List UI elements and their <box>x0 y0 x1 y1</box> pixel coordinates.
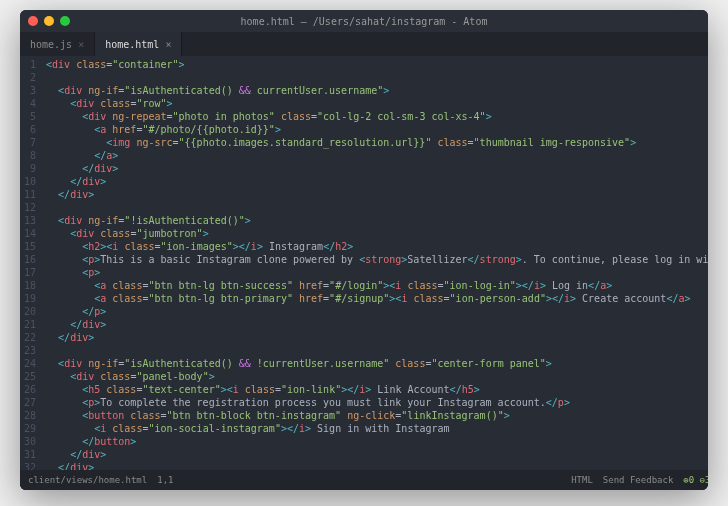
code-line[interactable]: <a class="btn btn-lg btn-primary" href="… <box>46 292 708 305</box>
tab[interactable]: home.html× <box>95 32 182 56</box>
code-line[interactable]: </div> <box>46 188 708 201</box>
tab-label: home.js <box>30 39 72 50</box>
window-title: home.html — /Users/sahat/instagram - Ato… <box>241 16 488 27</box>
code-line[interactable]: <img ng-src="{{photo.images.standard_res… <box>46 136 708 149</box>
status-path: client/views/home.html <box>28 475 147 485</box>
tab-label: home.html <box>105 39 159 50</box>
line-gutter: 1 2 3 4 5 6 7 8 9 10 11 12 13 14 15 16 1… <box>20 56 42 470</box>
status-bar: client/views/home.html 1,1 HTML Send Fee… <box>20 470 708 490</box>
code-line[interactable] <box>46 201 708 214</box>
code-line[interactable]: <button class="btn btn-block btn-instagr… <box>46 409 708 422</box>
editor-pane: home.js×home.html× 1 2 3 4 5 6 7 8 9 10 … <box>20 32 708 490</box>
traffic-lights <box>28 16 70 26</box>
code-line[interactable]: <p> <box>46 266 708 279</box>
code-line[interactable]: </button> <box>46 435 708 448</box>
code-line[interactable]: <div ng-if="!isAuthenticated()"> <box>46 214 708 227</box>
code-line[interactable]: </div> <box>46 331 708 344</box>
tab-bar: home.js×home.html× <box>20 32 708 56</box>
code-line[interactable]: </p> <box>46 305 708 318</box>
git-status[interactable]: ⊕0 ⊖3 <box>683 475 708 485</box>
code-line[interactable]: <div class="jumbotron"> <box>46 227 708 240</box>
code-line[interactable]: <div class="container"> <box>46 58 708 71</box>
code-area[interactable]: 1 2 3 4 5 6 7 8 9 10 11 12 13 14 15 16 1… <box>20 56 708 470</box>
code-line[interactable]: </div> <box>46 162 708 175</box>
code-line[interactable]: </div> <box>46 175 708 188</box>
main-area: ▾📁instagram▾📁client▾📁controllers📄detail.… <box>20 32 708 490</box>
close-tab-icon[interactable]: × <box>165 39 171 50</box>
code-line[interactable]: <h2><i class="ion-images"></i> Instagram… <box>46 240 708 253</box>
code-line[interactable]: </div> <box>46 318 708 331</box>
code-lines[interactable]: <div class="container"> <div ng-if="isAu… <box>42 56 708 470</box>
code-line[interactable]: <i class="ion-social-instagram"></i> Sig… <box>46 422 708 435</box>
code-line[interactable]: <div class="row"> <box>46 97 708 110</box>
code-line[interactable] <box>46 71 708 84</box>
tab[interactable]: home.js× <box>20 32 95 56</box>
code-line[interactable]: <a class="btn btn-lg btn-success" href="… <box>46 279 708 292</box>
code-line[interactable]: <p>To complete the registration process … <box>46 396 708 409</box>
code-line[interactable]: <div ng-if="isAuthenticated() && !curren… <box>46 357 708 370</box>
code-line[interactable]: <p>This is a basic Instagram clone power… <box>46 253 708 266</box>
minimize-icon[interactable] <box>44 16 54 26</box>
code-line[interactable]: <h5 class="text-center"><i class="ion-li… <box>46 383 708 396</box>
editor-window: home.html — /Users/sahat/instagram - Ato… <box>20 10 708 490</box>
status-lang[interactable]: HTML <box>571 475 593 485</box>
close-tab-icon[interactable]: × <box>78 39 84 50</box>
code-line[interactable] <box>46 344 708 357</box>
code-line[interactable]: </a> <box>46 149 708 162</box>
status-cursor-pos: 1,1 <box>157 475 173 485</box>
send-feedback-button[interactable]: Send Feedback <box>603 475 673 485</box>
code-line[interactable]: </div> <box>46 448 708 461</box>
code-line[interactable]: <div ng-if="isAuthenticated() && current… <box>46 84 708 97</box>
code-line[interactable]: <div class="panel-body"> <box>46 370 708 383</box>
close-icon[interactable] <box>28 16 38 26</box>
code-line[interactable]: <div ng-repeat="photo in photos" class="… <box>46 110 708 123</box>
code-line[interactable]: </div> <box>46 461 708 470</box>
maximize-icon[interactable] <box>60 16 70 26</box>
titlebar: home.html — /Users/sahat/instagram - Ato… <box>20 10 708 32</box>
code-line[interactable]: <a href="#/photo/{{photo.id}}"> <box>46 123 708 136</box>
